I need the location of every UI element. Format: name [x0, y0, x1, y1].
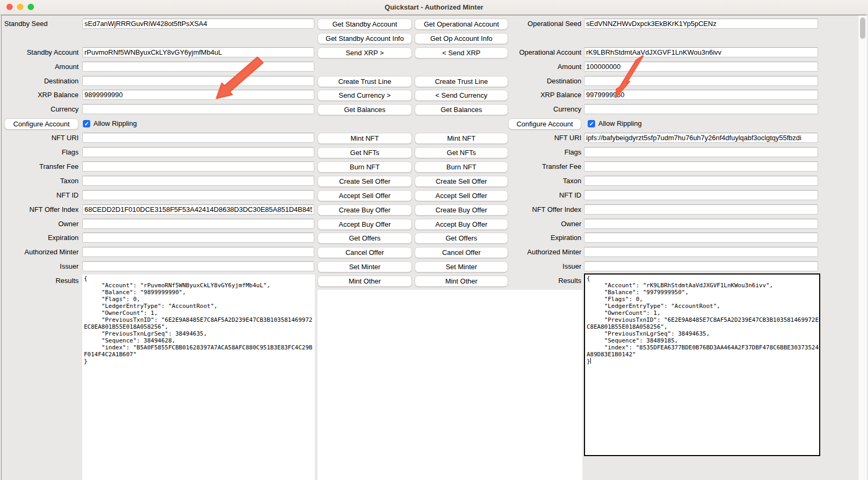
standby-get-nfts-button[interactable]: Get NFTs	[317, 147, 412, 158]
send-xrp-right-button[interactable]: Send XRP >	[317, 47, 412, 58]
operational-nft-offer-index-input[interactable]	[584, 204, 818, 215]
operational-create-buy-offer-button[interactable]: Create Buy Offer	[415, 204, 508, 216]
send-currency-right-button[interactable]: Send Currency >	[317, 90, 412, 101]
operational-get-offers-button[interactable]: Get Offers	[415, 233, 508, 244]
standby-issuer-input[interactable]	[82, 261, 314, 271]
standby-amount-input[interactable]	[82, 62, 314, 72]
operational-nft-id-label: NFT ID	[503, 190, 581, 200]
standby-expiration-label: Expiration	[0, 233, 79, 243]
standby-results-text: { "Account": "rPuvmoRNf5WNByuxCkLY8vGY6y…	[84, 275, 312, 365]
send-xrp-left-button[interactable]: < Send XRP	[415, 47, 508, 58]
standby-seed-input[interactable]	[82, 19, 314, 29]
get-standby-account-info-button[interactable]: Get Standby Account Info	[317, 33, 412, 44]
operational-burn-nft-button[interactable]: Burn NFT	[415, 161, 508, 173]
standby-burn-nft-button[interactable]: Burn NFT	[317, 161, 412, 173]
standby-transfer-fee-label: Transfer Fee	[0, 161, 79, 172]
standby-mint-other-button[interactable]: Mint Other	[317, 276, 412, 287]
standby-expiration-input[interactable]	[82, 233, 314, 243]
operational-nft-offer-index-label: NFT Offer Index	[503, 204, 581, 215]
operational-nft-uri-input[interactable]	[584, 133, 818, 143]
operational-allow-rippling-checkbox[interactable]	[588, 120, 595, 127]
vertical-scrollbar-track[interactable]	[858, 15, 867, 480]
operational-amount-input[interactable]	[584, 62, 818, 72]
standby-authorized-minter-input[interactable]	[82, 247, 314, 257]
middle-blank-panel	[317, 290, 582, 480]
standby-xrp-balance-label: XRP Balance	[0, 90, 79, 100]
get-operational-account-button[interactable]: Get Operational Account	[415, 19, 508, 30]
operational-get-balances-button[interactable]: Get Balances	[415, 104, 508, 115]
operational-flags-label: Flags	[503, 147, 581, 157]
standby-set-minter-button[interactable]: Set Minter	[317, 261, 412, 272]
standby-xrp-balance-input[interactable]	[82, 90, 314, 100]
operational-currency-input[interactable]	[584, 104, 818, 114]
send-currency-left-button[interactable]: < Send Currency	[415, 90, 508, 101]
vertical-scrollbar-thumb[interactable]	[860, 18, 865, 39]
standby-account-input[interactable]	[82, 47, 314, 57]
standby-nft-uri-label: NFT URI	[0, 133, 79, 143]
operational-destination-label: Destination	[503, 76, 581, 86]
operational-transfer-fee-label: Transfer Fee	[503, 161, 581, 172]
operational-issuer-input[interactable]	[584, 261, 818, 271]
standby-transfer-fee-input[interactable]	[82, 161, 314, 172]
operational-accept-sell-offer-button[interactable]: Accept Sell Offer	[415, 190, 508, 201]
operational-expiration-input[interactable]	[584, 233, 818, 243]
operational-account-input[interactable]	[584, 47, 818, 57]
operational-xrp-balance-label: XRP Balance	[503, 90, 581, 100]
get-standby-account-button[interactable]: Get Standby Account	[317, 19, 412, 30]
operational-mint-nft-button[interactable]: Mint NFT	[415, 133, 508, 144]
get-op-account-info-button[interactable]: Get Op Account Info	[415, 33, 508, 44]
standby-cancel-offer-button[interactable]: Cancel Offer	[317, 247, 412, 258]
operational-results-area[interactable]: { "Account": "rK9LBRhStdmtAaVdJXGVF1LnKW…	[584, 273, 820, 456]
standby-nft-offer-index-input[interactable]	[82, 204, 314, 215]
standby-owner-label: Owner	[0, 219, 79, 229]
operational-nft-uri-label: NFT URI	[503, 133, 581, 143]
standby-create-sell-offer-button[interactable]: Create Sell Offer	[317, 176, 412, 187]
operational-create-sell-offer-button[interactable]: Create Sell Offer	[415, 176, 508, 187]
standby-nft-uri-input[interactable]	[82, 133, 314, 143]
operational-authorized-minter-input[interactable]	[584, 247, 818, 257]
standby-currency-input[interactable]	[82, 104, 314, 114]
operational-amount-label: Amount	[503, 62, 581, 72]
standby-authorized-minter-label: Authorized Minter	[0, 247, 79, 257]
standby-accept-sell-offer-button[interactable]: Accept Sell Offer	[317, 190, 412, 201]
standby-destination-label: Destination	[0, 76, 79, 86]
operational-xrp-balance-input[interactable]	[584, 90, 818, 100]
operational-transfer-fee-input[interactable]	[584, 161, 818, 172]
standby-nft-offer-index-label: NFT Offer Index	[0, 204, 79, 215]
operational-configure-account-button[interactable]: Configure Account	[508, 118, 581, 130]
operational-accept-buy-offer-button[interactable]: Accept Buy Offer	[415, 219, 508, 230]
standby-issuer-label: Issuer	[0, 261, 79, 271]
operational-seed-input[interactable]	[584, 19, 818, 29]
standby-destination-input[interactable]	[82, 76, 314, 86]
operational-flags-input[interactable]	[584, 147, 818, 157]
operational-owner-label: Owner	[503, 219, 581, 229]
window-title: Quickstart - Authorized Minter	[0, 0, 868, 14]
operational-set-minter-button[interactable]: Set Minter	[415, 261, 508, 272]
standby-configure-account-button[interactable]: Configure Account	[4, 118, 79, 130]
standby-nft-id-input[interactable]	[82, 190, 314, 200]
operational-mint-other-button[interactable]: Mint Other	[415, 276, 508, 287]
operational-results-text: { "Account": "rK9LBRhStdmtAaVdJXGVF1LnKW…	[587, 275, 819, 365]
operational-destination-input[interactable]	[584, 76, 818, 86]
operational-taxon-input[interactable]	[584, 176, 818, 186]
standby-results-area[interactable]: { "Account": "rPuvmoRNf5WNByuxCkLY8vGY6y…	[82, 275, 315, 480]
standby-flags-input[interactable]	[82, 147, 314, 157]
standby-accept-buy-offer-button[interactable]: Accept Buy Offer	[317, 219, 412, 230]
standby-get-offers-button[interactable]: Get Offers	[317, 233, 412, 244]
standby-results-label: Results	[0, 276, 79, 286]
standby-allow-rippling-checkbox[interactable]	[83, 120, 90, 127]
standby-allow-rippling-label: Allow Rippling	[93, 118, 137, 128]
standby-taxon-input[interactable]	[82, 176, 314, 186]
standby-mint-nft-button[interactable]: Mint NFT	[317, 133, 412, 144]
operational-allow-rippling-label: Allow Rippling	[598, 118, 642, 128]
operational-owner-input[interactable]	[584, 219, 818, 229]
standby-create-buy-offer-button[interactable]: Create Buy Offer	[317, 204, 412, 216]
operational-create-trust-line-button[interactable]: Create Trust Line	[415, 76, 508, 87]
operational-cancel-offer-button[interactable]: Cancel Offer	[415, 247, 508, 258]
standby-owner-input[interactable]	[82, 219, 314, 229]
standby-create-trust-line-button[interactable]: Create Trust Line	[317, 76, 412, 87]
operational-get-nfts-button[interactable]: Get NFTs	[415, 147, 508, 158]
operational-nft-id-input[interactable]	[584, 190, 818, 200]
operational-account-label: Operational Account	[503, 47, 581, 57]
standby-get-balances-button[interactable]: Get Balances	[317, 104, 412, 115]
